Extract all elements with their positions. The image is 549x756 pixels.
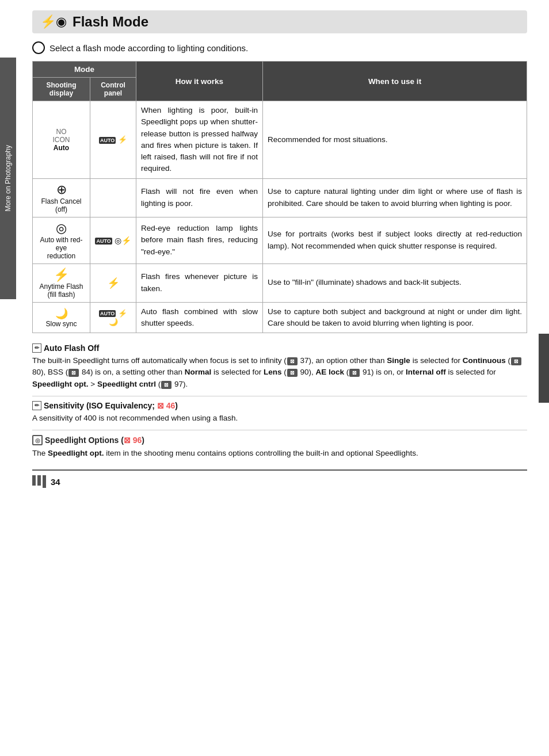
how-cell-slow: Auto flash combined with slow shutter sp… bbox=[136, 302, 263, 333]
when-cell-redeye: Use for portraits (works best if subject… bbox=[263, 217, 527, 264]
auto-badge-slow: AUTO bbox=[99, 310, 116, 317]
auto-flash-off-note: ✏ Auto Flash Off The built-in Speedlight… bbox=[32, 343, 527, 390]
mode-cell-cancel: ⊕ Flash Cancel (off) bbox=[33, 178, 90, 217]
sensitivity-note: ✏ Sensitivity (ISO Equivalency; ⊠ 46) A … bbox=[32, 401, 527, 424]
how-cell-anytime: Flash fires whenever picture is taken. bbox=[136, 264, 263, 302]
bar-3 bbox=[43, 475, 46, 488]
sensitivity-body: A sensitivity of 400 is not recommended … bbox=[32, 413, 527, 424]
ref-icon: ⊠ bbox=[68, 369, 79, 377]
when-cell-slow: Use to capture both subject and backgrou… bbox=[263, 302, 527, 333]
speedlight-label: Speedlight Options (⊠ 96) bbox=[45, 436, 144, 445]
side-tab-label: More on Photography bbox=[4, 145, 12, 211]
flash-bolt-icon: ⚡ bbox=[118, 135, 127, 144]
mode-cell-auto: NOICON Auto bbox=[33, 101, 90, 179]
table-row: ◎ Auto with red-eyereduction AUTO ◎⚡ Red… bbox=[33, 217, 527, 264]
how-cell-cancel: Flash will not fire even when lighting i… bbox=[136, 178, 263, 217]
speedlight-ref: ⊠ 96 bbox=[124, 436, 142, 445]
ref-icon: ⊠ bbox=[287, 369, 298, 377]
anytime-flash-icon: ⚡ bbox=[107, 277, 120, 289]
shooting-display-header: Shooting display bbox=[33, 78, 90, 101]
auto-flash-off-body: The built-in Speedlight turns off automa… bbox=[32, 355, 527, 390]
when-cell-cancel: Use to capture natural lighting under di… bbox=[263, 178, 527, 217]
when-cell-anytime: Use to "fill-in" (illuminate) shadows an… bbox=[263, 264, 527, 302]
control-cell-auto: AUTO ⚡ bbox=[90, 101, 136, 179]
ref-icon: ⊠ bbox=[161, 381, 171, 389]
main-content: ⚡◉ Flash Mode Select a flash mode accord… bbox=[21, 0, 539, 499]
speedlight-title: ◎ Speedlight Options (⊠ 96) bbox=[32, 435, 527, 445]
page-bars bbox=[32, 475, 46, 488]
mode-cell-slow: 🌙 Slow sync bbox=[33, 302, 90, 333]
ref-icon: ⊠ bbox=[287, 357, 298, 365]
mode-cell-anytime: ⚡ Anytime Flash(fill flash) bbox=[33, 264, 90, 302]
auto-flash-off-label: Auto Flash Off bbox=[44, 343, 99, 353]
table-row: ⚡ Anytime Flash(fill flash) ⚡ Flash fire… bbox=[33, 264, 527, 302]
subtitle-text: Select a flash mode according to lightin… bbox=[49, 43, 248, 53]
speedlight-icon: ◎ bbox=[32, 435, 43, 445]
ref-icon: ⊠ bbox=[349, 369, 360, 377]
page-footer: 34 bbox=[32, 469, 527, 488]
circle-icon bbox=[32, 41, 45, 54]
sensitivity-pencil-icon: ✏ bbox=[32, 401, 41, 410]
redeye-flash-icon: ◎⚡ bbox=[115, 236, 131, 245]
divider bbox=[32, 396, 527, 396]
control-panel-header: Control panel bbox=[90, 78, 136, 101]
table-row: NOICON Auto AUTO ⚡ When lighting is poor… bbox=[33, 101, 527, 179]
side-tab: More on Photography bbox=[0, 58, 16, 299]
control-cell-anytime: ⚡ bbox=[90, 264, 136, 302]
how-cell-auto: When lighting is poor, built-in Speedlig… bbox=[136, 101, 263, 179]
bar-1 bbox=[32, 475, 36, 486]
mode-cell-redeye: ◎ Auto with red-eyereduction bbox=[33, 217, 90, 264]
table-row: 🌙 Slow sync AUTO ⚡🌙 Auto flash combined … bbox=[33, 302, 527, 333]
auto-badge: AUTO bbox=[99, 137, 116, 144]
control-cell-redeye: AUTO ◎⚡ bbox=[90, 217, 136, 264]
how-cell-redeye: Red-eye reduction lamp lights before mai… bbox=[136, 217, 263, 264]
flash-mode-icon: ⚡◉ bbox=[40, 14, 67, 29]
bar-2 bbox=[37, 475, 41, 486]
subtitle: Select a flash mode according to lightin… bbox=[32, 41, 527, 54]
auto-flash-off-title: ✏ Auto Flash Off bbox=[32, 343, 527, 353]
how-it-works-header: How it works bbox=[136, 62, 263, 101]
flash-mode-table: Mode How it works When to use it Shootin… bbox=[32, 61, 527, 333]
sensitivity-ref: ⊠ 46 bbox=[157, 401, 175, 410]
sensitivity-title: ✏ Sensitivity (ISO Equivalency; ⊠ 46) bbox=[32, 401, 527, 410]
speedlight-note: ◎ Speedlight Options (⊠ 96) The Speedlig… bbox=[32, 435, 527, 459]
right-tab bbox=[539, 334, 549, 403]
control-cell-slow: AUTO ⚡🌙 bbox=[90, 302, 136, 333]
when-to-use-header: When to use it bbox=[263, 62, 527, 101]
title-bar: ⚡◉ Flash Mode bbox=[32, 10, 527, 33]
table-row: ⊕ Flash Cancel (off) Flash will not fire… bbox=[33, 178, 527, 217]
speedlight-body: The Speedlight opt. item in the shooting… bbox=[32, 448, 527, 459]
divider bbox=[32, 430, 527, 430]
control-cell-cancel bbox=[90, 178, 136, 217]
ref-icon: ⊠ bbox=[511, 357, 521, 365]
pencil-icon: ✏ bbox=[32, 343, 41, 353]
mode-header: Mode bbox=[33, 62, 136, 78]
when-cell-auto: Recommended for most situations. bbox=[263, 101, 527, 179]
auto-badge-redeye: AUTO bbox=[95, 238, 112, 245]
page-number: 34 bbox=[51, 477, 60, 487]
page-title: Flash Mode bbox=[73, 14, 148, 30]
sensitivity-label: Sensitivity (ISO Equivalency; ⊠ 46) bbox=[44, 401, 178, 410]
